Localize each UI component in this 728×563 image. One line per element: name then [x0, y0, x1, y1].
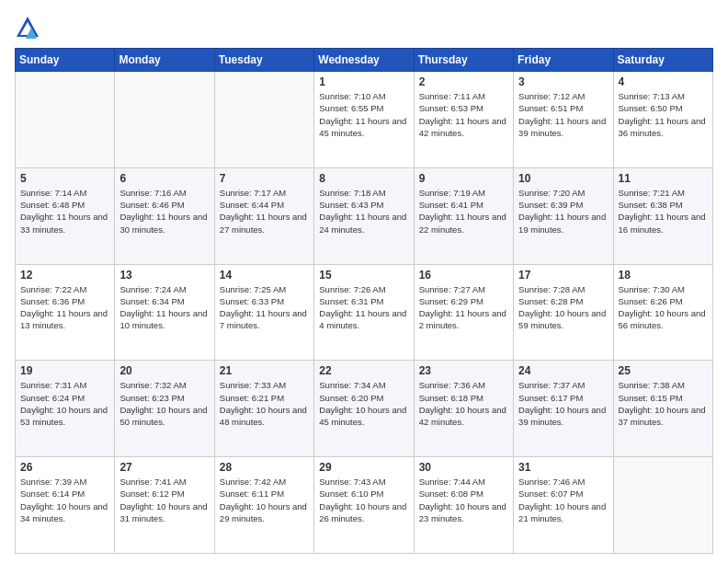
header: [15, 11, 713, 40]
calendar-cell: 12Sunrise: 7:22 AMSunset: 6:36 PMDayligh…: [16, 264, 115, 361]
day-info: Sunrise: 7:41 AMSunset: 6:12 PMDaylight:…: [119, 476, 209, 524]
day-number: 30: [419, 461, 508, 474]
day-info: Sunrise: 7:44 AMSunset: 6:08 PMDaylight:…: [419, 476, 508, 524]
day-number: 15: [319, 269, 408, 282]
day-number: 21: [220, 364, 309, 377]
header-tuesday: Tuesday: [214, 49, 313, 72]
header-sunday: Sunday: [16, 49, 115, 72]
day-number: 20: [119, 364, 209, 377]
day-info: Sunrise: 7:38 AMSunset: 6:15 PMDaylight:…: [619, 379, 708, 428]
day-number: 9: [419, 172, 508, 185]
calendar-cell: 26Sunrise: 7:39 AMSunset: 6:14 PMDayligh…: [16, 457, 115, 554]
day-number: 8: [319, 172, 408, 185]
day-number: 1: [319, 75, 408, 88]
day-info: Sunrise: 7:21 AMSunset: 6:38 PMDaylight:…: [619, 187, 708, 236]
day-info: Sunrise: 7:14 AMSunset: 6:48 PMDaylight:…: [20, 187, 109, 236]
calendar-cell: 5Sunrise: 7:14 AMSunset: 6:48 PMDaylight…: [16, 167, 115, 264]
header-thursday: Thursday: [414, 49, 513, 72]
calendar-week-row: 1Sunrise: 7:10 AMSunset: 6:55 PMDaylight…: [16, 72, 713, 168]
calendar-cell: 13Sunrise: 7:24 AMSunset: 6:34 PMDayligh…: [115, 264, 214, 361]
day-info: Sunrise: 7:28 AMSunset: 6:28 PMDaylight:…: [518, 283, 608, 332]
logo: [15, 15, 44, 40]
day-number: 11: [619, 172, 708, 185]
header-saturday: Saturday: [613, 49, 712, 72]
day-number: 13: [119, 269, 209, 282]
day-number: 24: [518, 364, 608, 377]
day-info: Sunrise: 7:12 AMSunset: 6:51 PMDaylight:…: [518, 90, 608, 139]
calendar-cell: [214, 72, 313, 168]
day-number: 3: [518, 75, 608, 88]
day-info: Sunrise: 7:42 AMSunset: 6:11 PMDaylight:…: [220, 476, 309, 524]
day-number: 6: [119, 172, 209, 185]
day-info: Sunrise: 7:16 AMSunset: 6:46 PMDaylight:…: [119, 187, 209, 236]
calendar-week-row: 19Sunrise: 7:31 AMSunset: 6:24 PMDayligh…: [16, 361, 713, 457]
day-info: Sunrise: 7:25 AMSunset: 6:33 PMDaylight:…: [220, 283, 309, 332]
calendar-cell: 1Sunrise: 7:10 AMSunset: 6:55 PMDaylight…: [314, 72, 414, 168]
calendar-cell: 17Sunrise: 7:28 AMSunset: 6:28 PMDayligh…: [514, 264, 613, 361]
day-number: 26: [20, 461, 109, 474]
day-number: 27: [119, 461, 209, 474]
day-info: Sunrise: 7:22 AMSunset: 6:36 PMDaylight:…: [20, 283, 109, 332]
day-number: 23: [419, 364, 508, 377]
calendar-week-row: 12Sunrise: 7:22 AMSunset: 6:36 PMDayligh…: [16, 264, 713, 361]
day-info: Sunrise: 7:31 AMSunset: 6:24 PMDaylight:…: [20, 379, 109, 428]
calendar-cell: 7Sunrise: 7:17 AMSunset: 6:44 PMDaylight…: [214, 167, 313, 264]
day-info: Sunrise: 7:33 AMSunset: 6:21 PMDaylight:…: [220, 379, 309, 428]
day-info: Sunrise: 7:30 AMSunset: 6:26 PMDaylight:…: [619, 283, 708, 332]
calendar-week-row: 26Sunrise: 7:39 AMSunset: 6:14 PMDayligh…: [16, 457, 713, 554]
day-number: 29: [319, 461, 408, 474]
header-wednesday: Wednesday: [314, 49, 414, 72]
day-info: Sunrise: 7:24 AMSunset: 6:34 PMDaylight:…: [119, 283, 209, 332]
calendar-cell: 22Sunrise: 7:34 AMSunset: 6:20 PMDayligh…: [314, 361, 414, 457]
calendar-cell: 30Sunrise: 7:44 AMSunset: 6:08 PMDayligh…: [414, 457, 513, 554]
day-info: Sunrise: 7:11 AMSunset: 6:53 PMDaylight:…: [419, 90, 508, 139]
day-info: Sunrise: 7:32 AMSunset: 6:23 PMDaylight:…: [119, 379, 209, 428]
calendar-week-row: 5Sunrise: 7:14 AMSunset: 6:48 PMDaylight…: [16, 167, 713, 264]
calendar-cell: 2Sunrise: 7:11 AMSunset: 6:53 PMDaylight…: [414, 72, 513, 168]
day-info: Sunrise: 7:17 AMSunset: 6:44 PMDaylight:…: [220, 187, 309, 236]
day-number: 7: [220, 172, 309, 185]
calendar-cell: 8Sunrise: 7:18 AMSunset: 6:43 PMDaylight…: [314, 167, 414, 264]
day-info: Sunrise: 7:43 AMSunset: 6:10 PMDaylight:…: [319, 476, 408, 524]
day-number: 5: [20, 172, 109, 185]
calendar-cell: 18Sunrise: 7:30 AMSunset: 6:26 PMDayligh…: [613, 264, 712, 361]
day-info: Sunrise: 7:27 AMSunset: 6:29 PMDaylight:…: [419, 283, 508, 332]
calendar-header-row: Sunday Monday Tuesday Wednesday Thursday…: [16, 49, 713, 72]
day-info: Sunrise: 7:36 AMSunset: 6:18 PMDaylight:…: [419, 379, 508, 428]
header-monday: Monday: [115, 49, 214, 72]
calendar-cell: 15Sunrise: 7:26 AMSunset: 6:31 PMDayligh…: [314, 264, 414, 361]
calendar-cell: 20Sunrise: 7:32 AMSunset: 6:23 PMDayligh…: [115, 361, 214, 457]
calendar-cell: 10Sunrise: 7:20 AMSunset: 6:39 PMDayligh…: [514, 167, 613, 264]
day-number: 16: [419, 269, 508, 282]
day-info: Sunrise: 7:18 AMSunset: 6:43 PMDaylight:…: [319, 187, 408, 236]
calendar-cell: 24Sunrise: 7:37 AMSunset: 6:17 PMDayligh…: [514, 361, 613, 457]
calendar-cell: 19Sunrise: 7:31 AMSunset: 6:24 PMDayligh…: [16, 361, 115, 457]
calendar-cell: 21Sunrise: 7:33 AMSunset: 6:21 PMDayligh…: [214, 361, 313, 457]
day-number: 19: [20, 364, 109, 377]
day-info: Sunrise: 7:13 AMSunset: 6:50 PMDaylight:…: [619, 90, 708, 139]
day-number: 31: [518, 461, 608, 474]
calendar-cell: 3Sunrise: 7:12 AMSunset: 6:51 PMDaylight…: [514, 72, 613, 168]
page-container: Sunday Monday Tuesday Wednesday Thursday…: [0, 0, 728, 563]
calendar-table: Sunday Monday Tuesday Wednesday Thursday…: [15, 48, 713, 554]
day-number: 4: [619, 75, 708, 88]
calendar-cell: [115, 72, 214, 168]
calendar-cell: 27Sunrise: 7:41 AMSunset: 6:12 PMDayligh…: [115, 457, 214, 554]
day-info: Sunrise: 7:19 AMSunset: 6:41 PMDaylight:…: [419, 187, 508, 236]
day-number: 17: [518, 269, 608, 282]
calendar-cell: 6Sunrise: 7:16 AMSunset: 6:46 PMDaylight…: [115, 167, 214, 264]
calendar-cell: 29Sunrise: 7:43 AMSunset: 6:10 PMDayligh…: [314, 457, 414, 554]
day-number: 22: [319, 364, 408, 377]
day-number: 25: [619, 364, 708, 377]
day-number: 10: [518, 172, 608, 185]
calendar-cell: 14Sunrise: 7:25 AMSunset: 6:33 PMDayligh…: [214, 264, 313, 361]
day-info: Sunrise: 7:37 AMSunset: 6:17 PMDaylight:…: [518, 379, 608, 428]
calendar-cell: 9Sunrise: 7:19 AMSunset: 6:41 PMDaylight…: [414, 167, 513, 264]
day-info: Sunrise: 7:39 AMSunset: 6:14 PMDaylight:…: [20, 476, 109, 524]
calendar-cell: 25Sunrise: 7:38 AMSunset: 6:15 PMDayligh…: [613, 361, 712, 457]
day-number: 12: [20, 269, 109, 282]
day-number: 28: [220, 461, 309, 474]
day-info: Sunrise: 7:26 AMSunset: 6:31 PMDaylight:…: [319, 283, 408, 332]
logo-icon: [15, 15, 40, 40]
day-info: Sunrise: 7:34 AMSunset: 6:20 PMDaylight:…: [319, 379, 408, 428]
